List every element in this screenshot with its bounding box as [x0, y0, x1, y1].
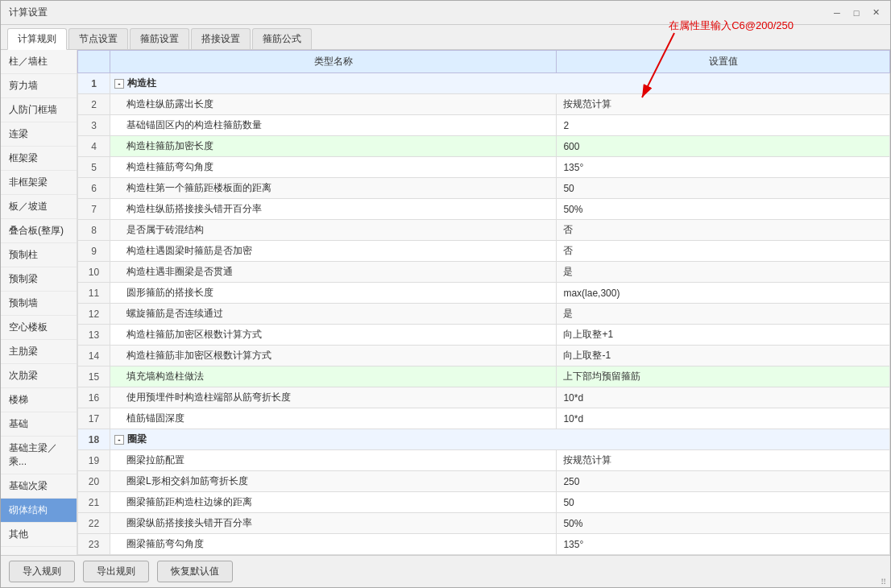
row-num: 13 [78, 325, 110, 346]
sidebar-item-zhuleiliang[interactable]: 主肋梁 [1, 340, 77, 364]
table-row[interactable]: 4 构造柱箍筋加密长度 600 [78, 136, 890, 157]
maximize-button[interactable]: □ [850, 6, 863, 19]
tab-jisuan-guize[interactable]: 计算规则 [7, 28, 67, 50]
table-row[interactable]: 17 植筋锚固深度 10*d [78, 408, 890, 429]
table-row[interactable]: 10 构造柱遇非圈梁是否贯通 是 [78, 262, 890, 283]
import-rules-button[interactable]: 导入规则 [9, 561, 75, 582]
sidebar-item-qiti-jiegou[interactable]: 砌体结构 [1, 499, 77, 523]
table-area: 类型名称 设置值 1 -构造柱 2 构造柱纵筋露出长度 按规范计算 3 基础锚固… [77, 50, 890, 555]
sidebar-item-yuzhi-liang[interactable]: 预制梁 [1, 267, 77, 292]
table-row[interactable]: 5 构造柱箍筋弯勾角度 135° [78, 157, 890, 178]
row-value[interactable]: 上下部均预留箍筋 [557, 366, 890, 387]
sidebar-item-jichu-ciliang[interactable]: 基础次梁 [1, 474, 77, 499]
table-container[interactable]: 类型名称 设置值 1 -构造柱 2 构造柱纵筋露出长度 按规范计算 3 基础锚固… [77, 50, 890, 555]
table-row[interactable]: 6 构造柱第一个箍筋距楼板面的距离 50 [78, 178, 890, 199]
tab-gujin-gongshi[interactable]: 箍筋公式 [252, 28, 312, 49]
table-row[interactable]: 20 圈梁L形相交斜加筋弯折长度 250 [78, 471, 890, 492]
row-num: 14 [78, 346, 110, 366]
table-row[interactable]: 1 -构造柱 [78, 73, 890, 94]
row-label: 植筋锚固深度 [110, 408, 557, 429]
group-toggle[interactable]: - [114, 79, 124, 89]
row-label: 是否属于砖混结构 [110, 220, 557, 241]
sidebar-item-lianliang[interactable]: 连梁 [1, 122, 77, 147]
minimize-button[interactable]: ─ [831, 6, 843, 19]
table-row[interactable]: 2 构造柱纵筋露出长度 按规范计算 [78, 94, 890, 115]
row-value[interactable]: 135° [557, 534, 890, 555]
resize-handle[interactable]: ⠿ [881, 578, 889, 586]
sidebar-item-louti[interactable]: 楼梯 [1, 388, 77, 412]
sidebar-item-feikuangjialiang[interactable]: 非框架梁 [1, 171, 77, 195]
row-label: 构造柱箍筋非加密区根数计算方式 [110, 346, 557, 366]
export-rules-button[interactable]: 导出规则 [83, 561, 149, 582]
row-num: 12 [78, 304, 110, 325]
row-num: 22 [78, 513, 110, 534]
sidebar-item-jichu[interactable]: 基础 [1, 412, 77, 437]
window-controls: ─ □ ✕ [831, 6, 882, 19]
row-value[interactable]: 600 [557, 136, 890, 157]
row-num: 1 [78, 73, 110, 94]
row-value[interactable]: 向上取整+1 [557, 325, 890, 346]
row-value[interactable]: 10*d [557, 408, 890, 429]
row-label: 基础锚固区内的构造柱箍筋数量 [110, 115, 557, 136]
row-value[interactable]: 50% [557, 199, 890, 220]
close-button[interactable]: ✕ [869, 6, 882, 19]
row-value[interactable]: 是 [557, 262, 890, 283]
table-row[interactable]: 22 圈梁纵筋搭接接头错开百分率 50% [78, 513, 890, 534]
sidebar-item-kongxin-loban[interactable]: 空心楼板 [1, 316, 77, 340]
row-label: 构造柱第一个箍筋距楼板面的距离 [110, 178, 557, 199]
table-row[interactable]: 3 基础锚固区内的构造柱箍筋数量 2 [78, 115, 890, 136]
row-value[interactable]: 按规范计算 [557, 450, 890, 471]
row-num: 8 [78, 220, 110, 241]
row-label: 圈梁箍筋距构造柱边缘的距离 [110, 492, 557, 513]
sidebar-item-zhu-qiangzhu[interactable]: 柱／墙柱 [1, 50, 77, 74]
row-label: 构造柱纵筋搭接接头错开百分率 [110, 199, 557, 220]
table-row[interactable]: 15 填充墙构造柱做法 上下部均预留箍筋 [78, 366, 890, 387]
row-value[interactable]: 135° [557, 157, 890, 178]
sidebar-item-yuzhi-zhu[interactable]: 预制柱 [1, 243, 77, 267]
table-row[interactable]: 9 构造柱遇圆梁时箍筋是否加密 否 [78, 241, 890, 262]
tab-dajie-shezhi[interactable]: 搭接设置 [191, 28, 251, 49]
table-row[interactable]: 8 是否属于砖混结构 否 [78, 220, 890, 241]
table-row[interactable]: 19 圈梁拉筋配置 按规范计算 [78, 450, 890, 471]
sidebar-item-diehban[interactable]: 叠合板(整厚) [1, 219, 77, 243]
sidebar-item-qita[interactable]: 其他 [1, 523, 77, 547]
row-value[interactable]: 50 [557, 492, 890, 513]
tab-jiedian-shezhi[interactable]: 节点设置 [68, 28, 128, 49]
row-value[interactable]: 否 [557, 220, 890, 241]
tab-gujin-shezhi[interactable]: 箍筋设置 [130, 28, 189, 49]
row-label: 构造柱遇非圈梁是否贯通 [110, 262, 557, 283]
row-value[interactable]: 是 [557, 304, 890, 325]
row-value[interactable]: 按规范计算 [557, 94, 890, 115]
row-num: 18 [78, 429, 110, 450]
sidebar-item-jichu-zhuliang[interactable]: 基础主梁／乘... [1, 437, 77, 474]
table-row[interactable]: 16 使用预埋件时构造柱端部从筋弯折长度 10*d [78, 387, 890, 408]
sidebar-item-kuangjaliang[interactable]: 框架梁 [1, 147, 77, 171]
row-value[interactable]: 10*d [557, 387, 890, 408]
group-toggle[interactable]: - [114, 435, 124, 445]
row-num: 11 [78, 283, 110, 304]
table-row[interactable]: 14 构造柱箍筋非加密区根数计算方式 向上取整-1 [78, 346, 890, 366]
row-value[interactable]: 250 [557, 471, 890, 492]
row-num: 2 [78, 94, 110, 115]
row-value[interactable]: 50 [557, 178, 890, 199]
table-row[interactable]: 13 构造柱箍筋加密区根数计算方式 向上取整+1 [78, 325, 890, 346]
row-num: 5 [78, 157, 110, 178]
row-value[interactable]: 向上取整-1 [557, 346, 890, 366]
table-row[interactable]: 7 构造柱纵筋搭接接头错开百分率 50% [78, 199, 890, 220]
restore-defaults-button[interactable]: 恢复默认值 [157, 561, 233, 582]
table-row[interactable]: 12 螺旋箍筋是否连续通过 是 [78, 304, 890, 325]
table-row[interactable]: 11 圆形箍筋的搭接长度 max(lae,300) [78, 283, 890, 304]
sidebar-item-ban-podao[interactable]: 板／坡道 [1, 195, 77, 219]
table-row[interactable]: 18 -圈梁 [78, 429, 890, 450]
sidebar-item-cileiliang[interactable]: 次肋梁 [1, 364, 77, 388]
sidebar-item-renfang[interactable]: 人防门框墙 [1, 98, 77, 122]
sidebar-item-jianliqiang[interactable]: 剪力墙 [1, 74, 77, 98]
row-value[interactable]: 否 [557, 241, 890, 262]
sidebar-item-yuzhi-qiang[interactable]: 预制墙 [1, 292, 77, 316]
row-value[interactable]: 2 [557, 115, 890, 136]
table-row[interactable]: 23 圈梁箍筋弯勾角度 135° [78, 534, 890, 555]
row-value[interactable]: max(lae,300) [557, 283, 890, 304]
row-num: 19 [78, 450, 110, 471]
table-row[interactable]: 21 圈梁箍筋距构造柱边缘的距离 50 [78, 492, 890, 513]
row-value[interactable]: 50% [557, 513, 890, 534]
